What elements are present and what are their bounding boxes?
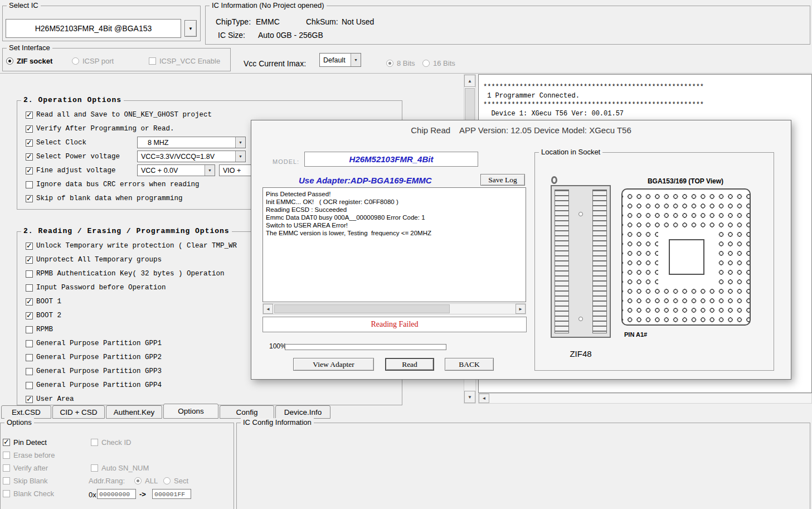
option-gpp3: General Purpose Partition GPP3 — [26, 367, 162, 376]
ic-select-combobox[interactable]: H26M52103FMR_4Bit @BGA153 — [6, 19, 181, 38]
rpmb-auth-key-checkbox[interactable] — [26, 270, 33, 278]
icsp-vcc-checkbox[interactable] — [149, 57, 156, 65]
tab-config[interactable]: Config — [220, 405, 274, 419]
read-all-save-checkbox[interactable] — [26, 112, 33, 119]
ignore-crc-checkbox[interactable] — [26, 181, 33, 188]
ic-information-group: IC Information (No Project opened) ChipT… — [205, 6, 810, 45]
save-log-button[interactable]: Save Log — [480, 174, 525, 186]
gpp4-checkbox[interactable] — [26, 382, 33, 389]
user-area-checkbox[interactable] — [26, 396, 33, 403]
vcc-adjust-combobox[interactable]: VCC + 0.0V ▼ — [137, 164, 215, 176]
back-button[interactable]: BACK — [445, 358, 494, 371]
fine-adjust-checkbox[interactable] — [26, 167, 33, 174]
bits8-radio-row[interactable]: 8 Bits — [386, 59, 415, 67]
scroll-up-button[interactable]: ▲ — [464, 75, 475, 87]
verify-after-checkbox[interactable] — [3, 464, 10, 472]
erase-before-checkbox[interactable] — [3, 452, 10, 459]
clock-combobox[interactable]: 8 MHZ ▼ — [137, 137, 246, 148]
scroll-left-button[interactable]: ◄ — [263, 304, 273, 314]
zif-socket-radio[interactable] — [6, 57, 13, 65]
boot2-checkbox[interactable] — [26, 312, 33, 319]
top-separator — [0, 73, 812, 74]
tab-device-info[interactable]: Device.Info — [275, 405, 330, 419]
tab-ext-csd[interactable]: Ext.CSD — [1, 405, 51, 419]
dialog-log-textbox[interactable]: Pins Detected Passed! Init EMMC... OK! (… — [262, 187, 526, 302]
option-verify-after: Verify After Programming or Read. — [26, 124, 174, 133]
addr-rang-label: Addr.Rang: — [89, 477, 125, 485]
ic-information-group-label: IC Information (No Project opened) — [210, 1, 327, 9]
addr-from-input[interactable] — [97, 489, 136, 499]
bga-die-outline — [669, 239, 704, 275]
status-box: Reading Failed — [262, 317, 527, 332]
tab-authent-key[interactable]: Authent.Key — [106, 405, 162, 419]
bits16-radio[interactable] — [422, 60, 430, 67]
power-voltage-combobox[interactable]: VCC=3.3V/VCCQ=1.8V ▼ — [137, 151, 246, 162]
option-unlock-tmp-wp: Unlock Temporary write protection ( Clea… — [26, 241, 237, 250]
gpp2-checkbox[interactable] — [26, 354, 33, 361]
view-adapter-button[interactable]: View Adapter — [293, 358, 374, 371]
scroll-down-button[interactable]: ▼ — [464, 391, 475, 403]
rpmb-checkbox[interactable] — [26, 326, 33, 333]
ic-select-dropdown-button[interactable]: ▼ — [184, 20, 197, 37]
chevron-down-icon[interactable]: ▼ — [235, 137, 245, 148]
pin-detect-checkbox[interactable] — [3, 439, 10, 446]
option-gpp1: General Purpose Partition GPP1 — [26, 339, 162, 348]
ic-config-group-label: IC Config Information — [241, 418, 314, 426]
option-rpmb-auth-key: RPMB Authentication Key( 32 bytes ) Oper… — [26, 269, 225, 278]
icsp-port-radio[interactable] — [72, 57, 79, 65]
vcc-current-combobox[interactable]: Default ▼ — [319, 53, 361, 67]
zif-caption: ZIF48 — [551, 349, 611, 358]
icsp-vcc-checkbox-row[interactable]: ICSP_VCC Enable — [149, 56, 220, 65]
verify-after-checkbox[interactable] — [26, 125, 33, 133]
zif-pin-rail-left — [555, 190, 569, 333]
gpp1-checkbox[interactable] — [26, 340, 33, 347]
power-voltage-checkbox[interactable] — [26, 153, 33, 161]
select-clock-checkbox[interactable] — [26, 139, 33, 147]
range-arrow-label: -> — [139, 490, 146, 498]
use-adapter-text: Use Adapter:ADP-BGA169-EMMC — [299, 176, 483, 185]
icsp-port-radio-row[interactable]: ICSP port — [72, 56, 114, 65]
bits8-radio[interactable] — [386, 60, 393, 67]
chksum-label: ChkSum: — [306, 17, 338, 26]
chevron-down-icon[interactable]: ▼ — [205, 165, 215, 176]
pin-a1-caption: PIN A1# — [624, 331, 647, 338]
addr-all-radio[interactable] — [134, 477, 142, 484]
boot1-checkbox[interactable] — [26, 298, 33, 306]
gpp3-checkbox[interactable] — [26, 368, 33, 375]
unprotect-groups-checkbox[interactable] — [26, 256, 33, 264]
bits16-label: 16 Bits — [433, 59, 455, 67]
select-ic-group-label: Select IC — [7, 1, 41, 9]
addr-sect-radio[interactable] — [163, 477, 171, 484]
addr-to-input[interactable] — [152, 489, 191, 499]
skip-blank-checkbox[interactable] — [3, 477, 10, 484]
icsize-label: IC Size: — [218, 31, 245, 40]
tab-options[interactable]: Options — [163, 404, 218, 419]
unlock-tmp-wp-checkbox[interactable] — [26, 243, 33, 250]
progress-label: 100% — [269, 342, 286, 350]
auto-sn-checkbox[interactable] — [91, 464, 98, 472]
blank-check-row: Blank Check — [3, 489, 54, 498]
skip-blank-data-checkbox[interactable] — [26, 195, 33, 202]
bits16-radio-row[interactable]: 16 Bits — [422, 59, 455, 67]
tab-cid-csd[interactable]: CID + CSD — [52, 405, 105, 419]
bits8-label: 8 Bits — [397, 59, 415, 67]
scrollbar-thumb[interactable] — [465, 88, 475, 124]
device-log-hscrollbar[interactable]: ◄ — [478, 393, 812, 404]
bottom-options-group-label: Options — [4, 418, 34, 426]
input-password-checkbox[interactable] — [26, 284, 33, 292]
zif-socket-radio-row[interactable]: ZIF socket — [6, 56, 52, 65]
option-ignore-crc: Ignore data bus CRC errors when reading — [26, 180, 200, 189]
scroll-left-button[interactable]: ◄ — [479, 394, 489, 403]
scrollbar-thumb[interactable] — [274, 304, 450, 313]
blank-check-checkbox[interactable] — [3, 490, 10, 497]
chevron-down-icon[interactable]: ▼ — [235, 151, 245, 162]
check-id-checkbox[interactable] — [91, 439, 98, 446]
read-button[interactable]: Read — [385, 358, 434, 371]
bottom-options-group: Options Pin Detect Check ID Erase before… — [0, 423, 234, 509]
scroll-right-button[interactable]: ► — [516, 304, 526, 314]
dialog-log-hscrollbar[interactable]: ◄ ► — [262, 303, 526, 314]
chevron-down-icon[interactable]: ▼ — [351, 54, 361, 66]
vio-adjust-combobox[interactable]: VIO + — [219, 164, 252, 176]
zif-align-hole-top — [578, 212, 583, 216]
dialog-title: Chip Read APP Version: 12.05 Device Mode… — [251, 125, 791, 135]
